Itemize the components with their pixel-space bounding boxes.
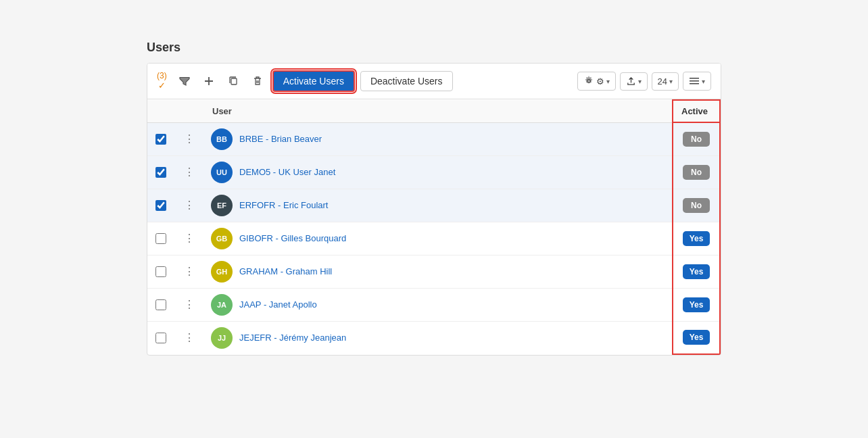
row-menu-button[interactable]: ⋮ [181,198,197,212]
status-badge[interactable]: No [683,165,710,180]
svg-rect-2 [690,80,699,82]
avatar: UU [211,162,233,183]
perpage-dropdown[interactable]: 24 ▾ [652,72,679,91]
user-name-link[interactable]: BRBE - Brian Beaver [239,134,322,144]
settings-dropdown[interactable]: ⚙ ▾ [577,72,616,91]
table-wrapper: (3) ✓ [147,63,721,356]
table-row: ⋮ JA JAAP - Janet Apollo Yes [147,288,720,321]
export-chevron: ▾ [638,78,642,85]
delete-button[interactable] [248,73,267,89]
filter-button[interactable] [175,73,194,89]
user-name-link[interactable]: JAAP - Janet Apollo [239,299,317,310]
cell-user: JA JAAP - Janet Apollo [204,288,673,321]
cell-checkbox [147,288,174,321]
user-name-link[interactable]: GRAHAM - Graham Hill [239,266,332,276]
cell-menu: ⋮ [174,255,204,288]
cell-checkbox [147,122,174,155]
delete-icon [252,76,263,87]
avatar: GB [211,228,233,249]
cell-active: Yes [673,255,720,288]
row-checkbox[interactable] [155,299,166,310]
toolbar: (3) ✓ [147,64,721,99]
cell-menu: ⋮ [174,122,204,155]
user-name-link[interactable]: ERFOFR - Eric Foulart [239,200,328,210]
user-cell: EF ERFOFR - Eric Foulart [211,195,665,216]
activate-users-button[interactable]: Activate Users [272,70,355,92]
cell-checkbox [147,155,174,189]
table-header: User Active [147,100,720,122]
row-menu-button[interactable]: ⋮ [181,264,197,278]
row-checkbox[interactable] [155,266,166,277]
cell-user: UU DEMO5 - UK User Janet [204,155,673,189]
status-badge[interactable]: Yes [683,264,710,279]
row-checkbox[interactable] [155,333,166,343]
users-table: User Active ⋮ BB BRBE - Brian Beaver No [147,99,721,355]
row-menu-button[interactable]: ⋮ [181,231,197,245]
th-active: Active [673,100,720,122]
status-badge[interactable]: Yes [683,231,710,246]
row-menu-button[interactable]: ⋮ [181,331,197,345]
row-menu-button[interactable]: ⋮ [181,132,197,146]
table-row: ⋮ GB GIBOFR - Gilles Bourquard Yes [147,222,720,255]
cell-menu: ⋮ [174,189,204,222]
user-cell: JJ JEJEFR - Jérémy Jeanjean [211,327,665,349]
row-menu-button[interactable]: ⋮ [181,297,197,312]
status-badge[interactable]: Yes [683,297,710,312]
user-name-link[interactable]: JEJEFR - Jérémy Jeanjean [239,333,346,343]
add-button[interactable] [199,73,218,89]
avatar: EF [211,195,233,216]
cell-active: Yes [673,321,720,354]
status-badge[interactable]: No [683,198,710,213]
export-dropdown[interactable]: ▾ [620,72,648,91]
row-checkbox[interactable] [155,134,166,145]
row-menu-button[interactable]: ⋮ [181,165,197,179]
cell-active: No [673,155,720,189]
row-checkbox[interactable] [155,200,166,211]
row-checkbox[interactable] [155,233,166,244]
status-badge[interactable]: No [683,132,710,147]
columns-dropdown[interactable]: ▾ [683,72,711,91]
th-user: User [204,100,673,122]
user-name-link[interactable]: GIBOFR - Gilles Bourquard [239,233,346,243]
page-container: Users (3) ✓ [147,41,721,356]
user-cell: UU DEMO5 - UK User Janet [211,162,665,183]
perpage-chevron: ▾ [669,78,673,85]
settings-icon [583,76,594,87]
user-cell: GB GIBOFR - Gilles Bourquard [211,228,665,249]
th-checkbox [147,100,174,122]
export-icon [626,76,636,87]
cell-user: JJ JEJEFR - Jérémy Jeanjean [204,321,673,354]
settings-label: ⚙ [596,76,604,87]
cell-user: BB BRBE - Brian Beaver [204,122,673,155]
row-checkbox[interactable] [155,167,166,178]
add-icon [203,76,214,87]
copy-icon [228,76,239,87]
table-row: ⋮ BB BRBE - Brian Beaver No [147,122,720,155]
user-cell: JA JAAP - Janet Apollo [211,294,665,316]
copy-button[interactable] [224,73,243,89]
deactivate-users-button[interactable]: Deactivate Users [360,71,453,91]
table-row: ⋮ UU DEMO5 - UK User Janet No [147,155,720,189]
table-row: ⋮ JJ JEJEFR - Jérémy Jeanjean Yes [147,321,720,354]
cell-active: No [673,189,720,222]
status-badge[interactable]: Yes [683,330,710,345]
svg-rect-0 [231,78,237,84]
avatar: BB [211,128,233,150]
cell-active: No [673,122,720,155]
toolbar-right: ⚙ ▾ ▾ 24 ▾ [577,72,711,91]
cell-checkbox [147,222,174,255]
user-cell: BB BRBE - Brian Beaver [211,128,665,150]
cell-user: GB GIBOFR - Gilles Bourquard [204,222,673,255]
cell-active: Yes [673,288,720,321]
table-body: ⋮ BB BRBE - Brian Beaver No ⋮ UU DEMO5 -… [147,122,720,354]
user-name-link[interactable]: DEMO5 - UK User Janet [239,167,335,177]
svg-rect-3 [690,83,699,84]
table-row: ⋮ GH GRAHAM - Graham Hill Yes [147,255,720,288]
check-mark: ✓ [158,80,166,91]
avatar: JJ [211,327,233,349]
user-cell: GH GRAHAM - Graham Hill [211,261,665,283]
cell-menu: ⋮ [174,155,204,189]
svg-rect-1 [690,78,699,79]
cell-checkbox [147,189,174,222]
columns-chevron: ▾ [702,78,705,85]
